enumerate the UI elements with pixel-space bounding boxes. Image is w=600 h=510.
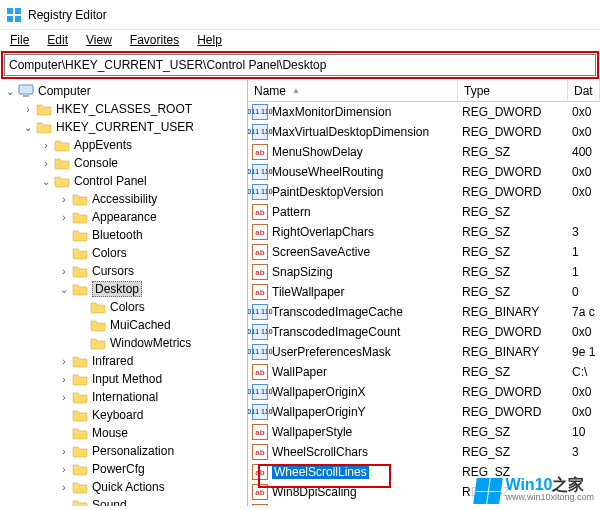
menu-edit[interactable]: Edit bbox=[39, 31, 76, 49]
value-data: 3 bbox=[568, 225, 600, 239]
tree-node-cursors[interactable]: ›Cursors bbox=[2, 262, 247, 280]
menu-view[interactable]: View bbox=[78, 31, 120, 49]
tree-node-appevents[interactable]: › AppEvents bbox=[2, 136, 247, 154]
chevron-right-icon[interactable]: › bbox=[58, 265, 70, 277]
tree-pane[interactable]: ⌄ Computer › HKEY_CLASSES_ROOT ⌄ HKEY_CU… bbox=[0, 80, 248, 506]
list-row[interactable]: abWin8DpiScalingREG_SZ bbox=[248, 482, 600, 502]
chevron-right-icon[interactable]: › bbox=[22, 103, 34, 115]
tree-node-current-user[interactable]: ⌄ HKEY_CURRENT_USER bbox=[2, 118, 247, 136]
chevron-right-icon[interactable]: › bbox=[40, 157, 52, 169]
tree-node-appearance[interactable]: ›Appearance bbox=[2, 208, 247, 226]
chevron-right-icon[interactable]: › bbox=[58, 445, 70, 457]
tree-node-desktop[interactable]: ⌄Desktop bbox=[2, 280, 247, 298]
list-row[interactable]: abMenuShowDelayREG_SZ400 bbox=[248, 142, 600, 162]
tree-node-quick-actions[interactable]: ›Quick Actions bbox=[2, 478, 247, 496]
column-header-data[interactable]: Dat bbox=[568, 80, 600, 101]
list-row[interactable]: abWallpaperStyleREG_SZ10 bbox=[248, 422, 600, 442]
tree-node-personalization[interactable]: ›Personalization bbox=[2, 442, 247, 460]
list-row[interactable]: 011 110UserPreferencesMaskREG_BINARY9e 1 bbox=[248, 342, 600, 362]
value-name: WallpaperOriginY bbox=[272, 405, 366, 419]
chevron-right-icon[interactable]: › bbox=[58, 391, 70, 403]
titlebar: Registry Editor bbox=[0, 0, 600, 30]
reg-string-icon: ab bbox=[252, 364, 268, 380]
list-pane[interactable]: Name▲ Type Dat 011 110MaxMonitorDimensio… bbox=[248, 80, 600, 506]
list-row[interactable]: 011 110PaintDesktopVersionREG_DWORD0x0 bbox=[248, 182, 600, 202]
chevron-right-icon[interactable]: › bbox=[58, 373, 70, 385]
value-name-cell: 011 110MouseWheelRouting bbox=[248, 164, 458, 180]
tree-node-console[interactable]: › Console bbox=[2, 154, 247, 172]
chevron-down-icon[interactable]: ⌄ bbox=[22, 121, 34, 133]
value-type: REG_DWORD bbox=[458, 185, 568, 199]
menu-favorites[interactable]: Favorites bbox=[122, 31, 187, 49]
value-name: WallPaper bbox=[272, 365, 327, 379]
column-header-name[interactable]: Name▲ bbox=[248, 80, 458, 101]
address-input[interactable] bbox=[4, 54, 596, 76]
tree-node-infrared[interactable]: ›Infrared bbox=[2, 352, 247, 370]
menu-help[interactable]: Help bbox=[189, 31, 230, 49]
tree-node-powercfg[interactable]: ›PowerCfg bbox=[2, 460, 247, 478]
list-row[interactable]: abTileWallpaperREG_SZ0 bbox=[248, 282, 600, 302]
tree-node-sound[interactable]: Sound bbox=[2, 496, 247, 506]
folder-icon bbox=[90, 318, 106, 332]
chevron-right-icon[interactable]: › bbox=[58, 193, 70, 205]
tree-node-colors[interactable]: Colors bbox=[2, 244, 247, 262]
tree-node-desktop-muicached[interactable]: MuiCached bbox=[2, 316, 247, 334]
list-row[interactable]: abWheelScrollCharsREG_SZ3 bbox=[248, 442, 600, 462]
value-name-cell: abWallPaper bbox=[248, 364, 458, 380]
tree-label: Input Method bbox=[92, 372, 162, 386]
tree-node-bluetooth[interactable]: Bluetooth bbox=[2, 226, 247, 244]
value-name: ScreenSaveActive bbox=[272, 245, 370, 259]
chevron-down-icon[interactable]: ⌄ bbox=[4, 85, 16, 97]
tree-node-accessibility[interactable]: ›Accessibility bbox=[2, 190, 247, 208]
tree-node-computer[interactable]: ⌄ Computer bbox=[2, 82, 247, 100]
tree-node-classes-root[interactable]: › HKEY_CLASSES_ROOT bbox=[2, 100, 247, 118]
chevron-right-icon[interactable]: › bbox=[58, 211, 70, 223]
tree-node-desktop-windowmetrics[interactable]: WindowMetrics bbox=[2, 334, 247, 352]
folder-icon bbox=[72, 228, 88, 242]
value-type: REG_BINARY bbox=[458, 345, 568, 359]
list-row[interactable]: abWheelScrollLinesREG_SZ bbox=[248, 462, 600, 482]
list-row[interactable]: 011 110TranscodedImageCountREG_DWORD0x0 bbox=[248, 322, 600, 342]
list-row[interactable]: abScreenSaveActiveREG_SZ1 bbox=[248, 242, 600, 262]
reg-string-icon: ab bbox=[252, 224, 268, 240]
list-row[interactable]: 011 110MaxVirtualDesktopDimensionREG_DWO… bbox=[248, 122, 600, 142]
list-row[interactable]: abWindowArrangREG_SZ bbox=[248, 502, 600, 506]
tree-label: Appearance bbox=[92, 210, 157, 224]
chevron-right-icon[interactable]: › bbox=[58, 463, 70, 475]
reg-binary-icon: 011 110 bbox=[252, 344, 268, 360]
tree-node-mouse[interactable]: Mouse bbox=[2, 424, 247, 442]
list-row[interactable]: 011 110WallpaperOriginXREG_DWORD0x0 bbox=[248, 382, 600, 402]
list-row[interactable]: 011 110WallpaperOriginYREG_DWORD0x0 bbox=[248, 402, 600, 422]
tree-node-control-panel[interactable]: ⌄ Control Panel bbox=[2, 172, 247, 190]
reg-binary-icon: 011 110 bbox=[252, 124, 268, 140]
folder-icon bbox=[72, 462, 88, 476]
folder-icon bbox=[54, 156, 70, 170]
value-type: REG_SZ bbox=[458, 225, 568, 239]
menu-file[interactable]: File bbox=[2, 31, 37, 49]
tree-label: Cursors bbox=[92, 264, 134, 278]
tree-node-international[interactable]: ›International bbox=[2, 388, 247, 406]
chevron-right-icon[interactable]: › bbox=[40, 139, 52, 151]
value-name: Pattern bbox=[272, 205, 311, 219]
chevron-down-icon[interactable]: ⌄ bbox=[40, 175, 52, 187]
list-row[interactable]: 011 110MaxMonitorDimensionREG_DWORD0x0 bbox=[248, 102, 600, 122]
value-type: REG_SZ bbox=[458, 365, 568, 379]
list-row[interactable]: abPatternREG_SZ bbox=[248, 202, 600, 222]
tree-node-desktop-colors[interactable]: Colors bbox=[2, 298, 247, 316]
value-name-cell: abWheelScrollLines bbox=[248, 464, 458, 480]
chevron-right-icon[interactable]: › bbox=[58, 481, 70, 493]
list-row[interactable]: 011 110TranscodedImageCacheREG_BINARY7a … bbox=[248, 302, 600, 322]
column-header-type[interactable]: Type bbox=[458, 80, 568, 101]
list-row[interactable]: abSnapSizingREG_SZ1 bbox=[248, 262, 600, 282]
list-row[interactable]: abWallPaperREG_SZC:\ bbox=[248, 362, 600, 382]
list-row[interactable]: abRightOverlapCharsREG_SZ3 bbox=[248, 222, 600, 242]
tree-label: HKEY_CURRENT_USER bbox=[56, 120, 194, 134]
chevron-right-icon[interactable]: › bbox=[58, 355, 70, 367]
tree-node-keyboard[interactable]: Keyboard bbox=[2, 406, 247, 424]
folder-icon bbox=[54, 174, 70, 188]
tree-node-input-method[interactable]: ›Input Method bbox=[2, 370, 247, 388]
chevron-down-icon[interactable]: ⌄ bbox=[58, 283, 70, 295]
folder-icon bbox=[36, 120, 52, 134]
list-row[interactable]: 011 110MouseWheelRoutingREG_DWORD0x0 bbox=[248, 162, 600, 182]
svg-rect-1 bbox=[15, 8, 21, 14]
